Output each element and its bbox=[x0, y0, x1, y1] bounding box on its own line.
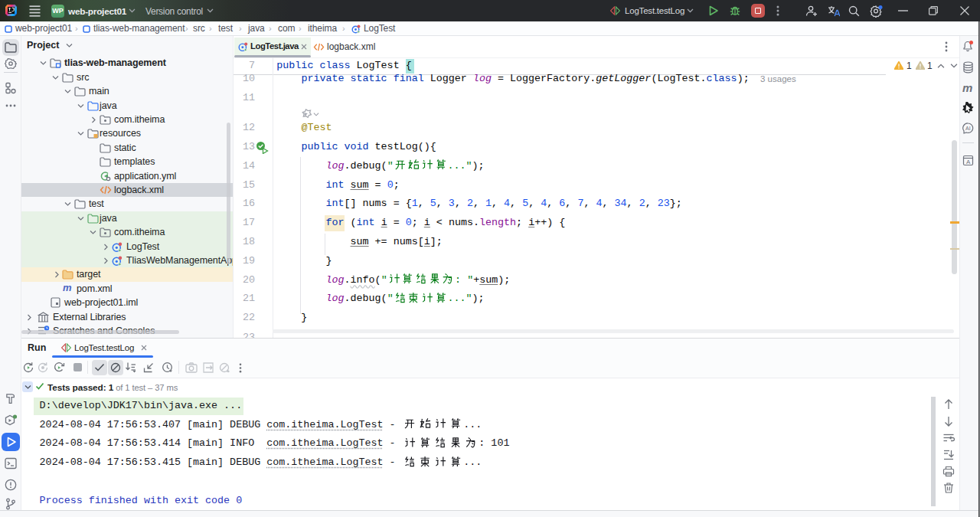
svg-text:AI: AI bbox=[965, 126, 971, 131]
svg-text:A: A bbox=[966, 159, 971, 165]
